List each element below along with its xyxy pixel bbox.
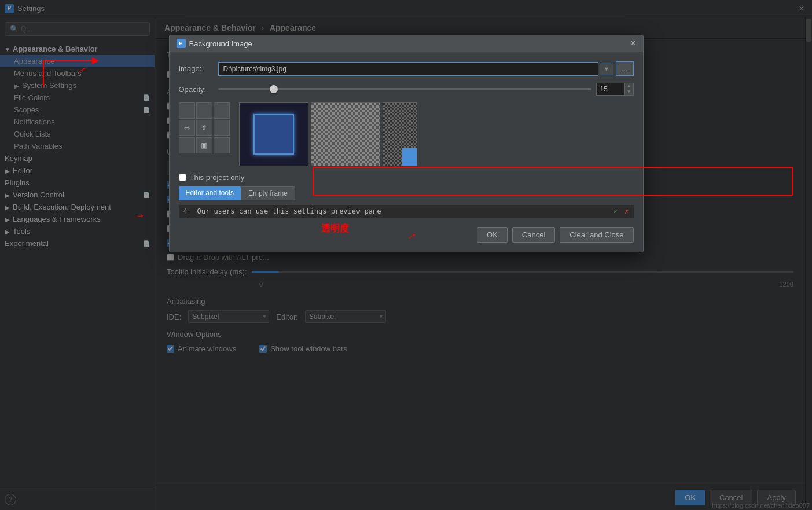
this-project-label: This project only bbox=[190, 173, 245, 182]
opacity-label: Opacity: bbox=[179, 85, 214, 94]
dialog-cancel-button[interactable]: Cancel bbox=[512, 227, 555, 243]
dialog-close-button[interactable]: × bbox=[630, 39, 635, 48]
modal-overlay: P Background Image × Image: ▼ … Opacity: bbox=[0, 0, 812, 510]
tab-editor-tools[interactable]: Editor and tools bbox=[179, 186, 241, 200]
alignment-section: ⇔ ⇕ ▣ bbox=[179, 102, 634, 166]
opacity-slider[interactable] bbox=[218, 88, 591, 90]
image-input-wrapper: ▼ … bbox=[218, 61, 634, 76]
align-middle-center[interactable]: ⇕ bbox=[196, 120, 212, 136]
this-project-checkbox[interactable] bbox=[179, 174, 186, 181]
opacity-thumb bbox=[270, 85, 278, 93]
preview-text: Our users can use this settings preview … bbox=[197, 207, 381, 215]
dialog-buttons: OK Cancel Clear and Close bbox=[179, 222, 634, 243]
background-image-dialog: P Background Image × Image: ▼ … Opacity: bbox=[169, 35, 644, 252]
line-number: 4 bbox=[183, 207, 193, 215]
preview-box-1 bbox=[239, 102, 308, 166]
preview-inner bbox=[253, 114, 294, 155]
dialog-title-text: Background Image bbox=[189, 39, 252, 48]
preview-area bbox=[239, 102, 417, 166]
dialog-tabs: Editor and tools Empty frame bbox=[179, 186, 634, 200]
dialog-icon: P bbox=[177, 39, 186, 48]
opacity-spinners: ▲ ▼ bbox=[625, 83, 634, 96]
dialog-ok-button[interactable]: OK bbox=[477, 227, 508, 243]
tab-empty-frame[interactable]: Empty frame bbox=[241, 186, 295, 200]
preview-check-icon: ✓ bbox=[613, 207, 618, 215]
align-middle-right[interactable] bbox=[214, 120, 230, 136]
align-middle-left[interactable]: ⇔ bbox=[179, 120, 195, 136]
dialog-body: Image: ▼ … Opacity: 15 ▲ ▼ bbox=[170, 52, 643, 252]
align-bottom-right[interactable] bbox=[214, 137, 230, 153]
image-row: Image: ▼ … bbox=[179, 61, 634, 76]
align-top-left[interactable] bbox=[179, 102, 195, 119]
opacity-down-button[interactable]: ▼ bbox=[625, 89, 633, 95]
opacity-up-button[interactable]: ▲ bbox=[625, 83, 633, 89]
align-top-center[interactable] bbox=[196, 102, 212, 119]
opacity-row: Opacity: 15 ▲ ▼ bbox=[179, 83, 634, 96]
dialog-clear-close-button[interactable]: Clear and Close bbox=[560, 227, 633, 243]
opacity-value-wrapper: 15 ▲ ▼ bbox=[596, 83, 634, 96]
align-bottom-left[interactable] bbox=[179, 137, 195, 153]
preview-code-line: 4 Our users can use this settings previe… bbox=[179, 205, 634, 218]
preview-pattern-2 bbox=[383, 102, 417, 166]
image-label: Image: bbox=[179, 64, 214, 73]
dialog-title: P Background Image bbox=[177, 39, 252, 48]
image-browse-button[interactable]: … bbox=[616, 61, 634, 76]
image-dropdown-button[interactable]: ▼ bbox=[600, 63, 613, 75]
dialog-title-bar: P Background Image × bbox=[170, 35, 643, 52]
preview-x-icon: ✗ bbox=[624, 207, 629, 215]
align-bottom-center[interactable]: ▣ bbox=[196, 137, 212, 153]
this-project-row: This project only bbox=[179, 173, 634, 182]
opacity-value: 15 bbox=[596, 83, 625, 96]
preview-pattern-1 bbox=[311, 102, 380, 166]
preview-blue-corner bbox=[402, 148, 417, 166]
align-top-right[interactable] bbox=[214, 102, 230, 119]
alignment-grid: ⇔ ⇕ ▣ bbox=[179, 102, 230, 153]
image-path-input[interactable] bbox=[218, 62, 598, 76]
